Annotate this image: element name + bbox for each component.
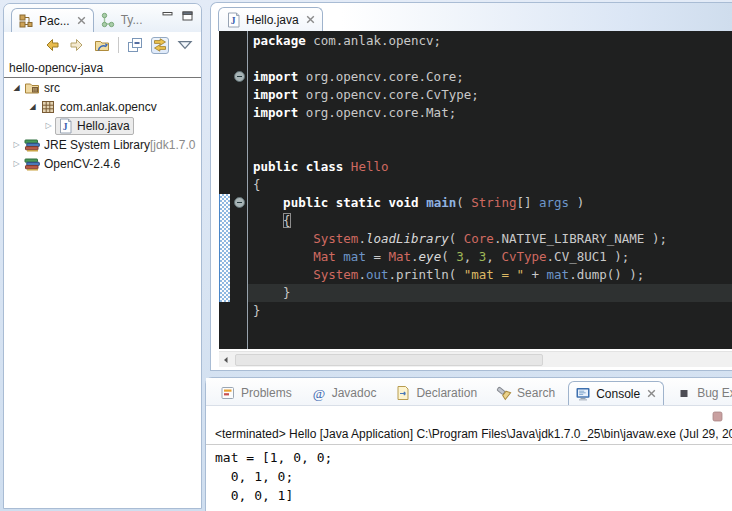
package-explorer-toolbar bbox=[4, 32, 201, 58]
project-header[interactable]: hello-opencv-java bbox=[4, 59, 201, 78]
code-line-5: import org.opencv.core.Mat; bbox=[253, 104, 732, 122]
package-explorer-panel: Pac...Ty... hello-opencv-java ◢src◢com.a… bbox=[3, 3, 202, 509]
editor-tab-hello-java[interactable]: J Hello.java bbox=[218, 7, 323, 31]
tab-label: Problems bbox=[241, 386, 292, 400]
library-icon bbox=[24, 137, 40, 153]
problems-icon bbox=[220, 385, 236, 401]
package-explorer-tree: hello-opencv-java ◢src◢com.anlak.opencv▷… bbox=[4, 58, 201, 173]
collapse-all-button[interactable] bbox=[126, 37, 144, 54]
tree-item-label: src bbox=[44, 81, 60, 95]
code-line-7 bbox=[253, 140, 732, 158]
tree-item-jre-system-library[interactable]: ▷JRE System Library [jdk1.7.0 bbox=[4, 135, 201, 154]
editor-body: package com.anlak.opencv;import org.open… bbox=[219, 31, 732, 349]
package-explorer-icon bbox=[18, 13, 34, 29]
code-line-1: package com.anlak.opencv; bbox=[253, 32, 732, 50]
folding-ruler[interactable] bbox=[231, 31, 248, 349]
code-area[interactable]: package com.anlak.opencv;import org.open… bbox=[248, 31, 732, 349]
scrollbar-thumb[interactable] bbox=[235, 354, 543, 366]
code-line-3: import org.opencv.core.Core; bbox=[253, 68, 732, 86]
editor-tab-label: Hello.java bbox=[246, 13, 299, 27]
tab-label: Search bbox=[517, 386, 555, 400]
tab-ty[interactable]: Ty... bbox=[94, 8, 150, 32]
close-icon[interactable] bbox=[77, 16, 86, 25]
view-menu-button[interactable] bbox=[176, 37, 194, 54]
tab-label: Bug Explorer bbox=[697, 386, 732, 400]
tab-pac[interactable]: Pac... bbox=[11, 8, 94, 32]
console-icon bbox=[575, 386, 591, 402]
editor-tabbar: J Hello.java bbox=[211, 3, 732, 31]
svg-text:J: J bbox=[63, 122, 68, 132]
tab-label: Console bbox=[596, 387, 640, 401]
tree-item-src[interactable]: ◢src bbox=[4, 78, 201, 97]
collapse-arrow-icon[interactable]: ◢ bbox=[10, 78, 23, 97]
code-line-15: } bbox=[248, 284, 732, 302]
view-window-buttons bbox=[162, 11, 193, 21]
tree-item-label: OpenCV-2.4.6 bbox=[44, 157, 120, 171]
tree-item-content: JRE System Library [jdk1.7.0 bbox=[23, 137, 198, 153]
tab-bug-explorer[interactable]: Bug Explorer bbox=[670, 381, 732, 405]
tree-item-content: OpenCV-2.4.6 bbox=[23, 156, 123, 172]
fold-collapse-icon[interactable] bbox=[234, 197, 245, 208]
tree-item-hello-java[interactable]: ▷JHello.java bbox=[4, 116, 201, 135]
back-button[interactable] bbox=[43, 37, 61, 54]
square-icon bbox=[676, 385, 692, 401]
up-button[interactable] bbox=[93, 37, 111, 54]
tree-item-label: com.anlak.opencv bbox=[60, 100, 157, 114]
tab-search[interactable]: Search bbox=[490, 381, 562, 405]
maximize-button[interactable] bbox=[182, 11, 193, 21]
code-line-14: System.out.println( "mat = " + mat.dump(… bbox=[253, 266, 732, 284]
tab-label: Pac... bbox=[39, 14, 70, 28]
code-line-8: public class Hello bbox=[253, 158, 732, 176]
code-line-4: import org.opencv.core.CvType; bbox=[253, 86, 732, 104]
fold-collapse-icon[interactable] bbox=[234, 71, 245, 82]
tree-item-content: com.anlak.opencv bbox=[39, 99, 160, 115]
tree-item-opencv-2-4-6[interactable]: ▷OpenCV-2.4.6 bbox=[4, 154, 201, 173]
code-line-16: } bbox=[253, 302, 732, 320]
console-tabbar: Problems@JavadocDeclarationSearchConsole… bbox=[206, 378, 732, 406]
terminate-icon[interactable] bbox=[711, 410, 724, 423]
code-line-13: Mat mat = Mat.eye( 3, 3, CvType.CV_8UC1 … bbox=[253, 248, 732, 266]
expand-arrow-icon[interactable]: ▷ bbox=[10, 154, 23, 173]
tab-label: Javadoc bbox=[332, 386, 377, 400]
type-hierarchy-icon bbox=[100, 12, 116, 28]
tab-label: Ty... bbox=[121, 13, 143, 27]
close-icon[interactable] bbox=[647, 389, 656, 398]
package-icon bbox=[40, 99, 56, 115]
scroll-left-icon[interactable] bbox=[222, 356, 230, 364]
tab-javadoc[interactable]: @Javadoc bbox=[305, 381, 384, 405]
tab-console[interactable]: Console bbox=[568, 381, 664, 405]
declaration-icon bbox=[395, 385, 411, 401]
tree-item-content: src bbox=[23, 80, 63, 96]
editor-panel: J Hello.java package com.anlak.opencv;im… bbox=[210, 2, 732, 371]
console-output-line: 0, 1, 0; bbox=[215, 467, 732, 486]
tab-problems[interactable]: Problems bbox=[214, 381, 299, 405]
code-line-11: { bbox=[253, 212, 732, 230]
console-panel: Problems@JavadocDeclarationSearchConsole… bbox=[205, 377, 732, 511]
tree-item-decoration: [jdk1.7.0 bbox=[150, 138, 195, 152]
tab-label: Declaration bbox=[416, 386, 477, 400]
code-line-9: { bbox=[253, 176, 732, 194]
code-line-2 bbox=[253, 50, 732, 68]
tab-declaration[interactable]: Declaration bbox=[389, 381, 484, 405]
forward-button[interactable] bbox=[68, 37, 86, 54]
horizontal-scrollbar[interactable] bbox=[219, 351, 732, 367]
eclipse-workbench: { "colors": { "window_background": "#d2d… bbox=[0, 0, 732, 511]
tree-item-label: JRE System Library bbox=[44, 138, 150, 152]
toolbar-separator bbox=[118, 37, 119, 53]
link-with-editor-button[interactable] bbox=[151, 37, 169, 54]
expand-arrow-icon[interactable]: ▷ bbox=[10, 135, 23, 154]
tree-item-com-anlak-opencv[interactable]: ◢com.anlak.opencv bbox=[4, 97, 201, 116]
minimize-button[interactable] bbox=[162, 11, 173, 21]
console-output[interactable]: mat = [1, 0, 0; 0, 1, 0; 0, 0, 1] bbox=[206, 445, 732, 505]
console-toolbar bbox=[206, 406, 732, 427]
javadoc-icon: @ bbox=[311, 385, 327, 401]
collapse-arrow-icon[interactable]: ◢ bbox=[26, 97, 39, 116]
expand-arrow-icon[interactable]: ▷ bbox=[42, 116, 55, 135]
annotation-ruler[interactable] bbox=[219, 31, 231, 349]
package-folder-icon bbox=[24, 80, 40, 96]
library-icon bbox=[24, 156, 40, 172]
range-indicator bbox=[219, 194, 230, 302]
package-explorer-tabbar: Pac...Ty... bbox=[4, 4, 201, 32]
close-icon[interactable] bbox=[306, 15, 315, 24]
search-icon bbox=[496, 385, 512, 401]
